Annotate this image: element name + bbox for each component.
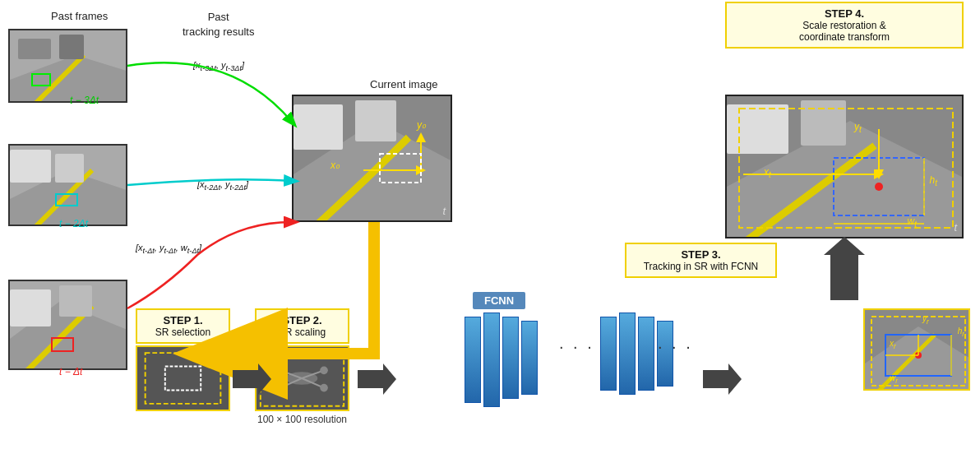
coord-x0: x₀ (331, 160, 340, 171)
step3-title: STEP 3. (633, 248, 769, 261)
svg-point-47 (875, 183, 883, 191)
step1-thumb-bg (137, 347, 229, 410)
step2-title: STEP 2. (263, 314, 341, 326)
frame2-bg (10, 146, 126, 225)
dots-1: · · · (559, 337, 594, 356)
step1-thumbnail (136, 345, 230, 411)
result-yr: yr (922, 314, 929, 326)
svg-marker-54 (703, 363, 742, 395)
fcnn-layers-1 (465, 317, 538, 407)
step2-thumbnail (255, 345, 349, 411)
coord-y0: y₀ (417, 119, 426, 131)
resolution-label: 100 × 100 resolution (255, 414, 349, 425)
current-image-label: Current image (370, 78, 437, 90)
svg-rect-44 (801, 100, 846, 146)
svg-rect-11 (59, 285, 92, 317)
svg-rect-14 (294, 104, 343, 150)
bbox-frame1 (31, 73, 51, 86)
svg-point-29 (276, 367, 284, 375)
dots-2: · · · (658, 337, 693, 356)
result-hr: hr (958, 326, 964, 338)
step4-t-label: t (954, 221, 957, 234)
track-label-2: [xt-2Δt, yt-2Δt] (197, 179, 248, 192)
step4-desc: Scale restoration &coordinate transform (733, 20, 955, 43)
svg-rect-3 (59, 35, 84, 59)
past-frame-1 (8, 29, 127, 103)
step2-box: STEP 2. SR scaling (255, 308, 349, 344)
past-frame-3 (8, 280, 127, 370)
fcnn-layer (521, 321, 538, 395)
past-frames-label: Past frames (51, 10, 108, 22)
step3-box: STEP 3. Tracking in SR with FCNN (625, 243, 777, 278)
step4-image: yt xt ht wt t (725, 95, 964, 238)
fcnn-label: FCNN (473, 292, 525, 309)
frame3-time-label: t − Δt (59, 366, 82, 377)
result-xr: xr (890, 339, 896, 350)
fcnn-layer (465, 317, 481, 403)
svg-rect-19 (137, 346, 229, 410)
fcnn-layer (502, 317, 519, 399)
fcnn-layer (638, 317, 654, 391)
step1-title: STEP 1. (144, 314, 222, 326)
track-label-3: [xt-Δt, yt-Δt, wt-Δt] (136, 243, 201, 255)
step2-desc: SR scaling (263, 326, 341, 338)
step2-thumb-bg (257, 347, 348, 410)
frame1-time-label: t − 3Δt (70, 95, 99, 106)
step1-desc: SR selection (144, 326, 222, 338)
fcnn-layer (619, 313, 636, 395)
svg-rect-7 (55, 154, 84, 183)
svg-rect-15 (355, 100, 396, 141)
past-frame-2 (8, 144, 127, 226)
svg-rect-6 (10, 150, 51, 183)
frame3-bg (10, 281, 126, 368)
current-frame: x₀ y₀ t (292, 95, 452, 222)
diagram-container: Past frames Pasttracking results Current… (0, 0, 980, 463)
step4-wt: wt (908, 215, 917, 229)
step4-xt: xt (764, 166, 771, 179)
svg-point-30 (320, 367, 328, 375)
bbox-frame3 (51, 337, 74, 352)
current-frame-t-label: t (442, 205, 446, 217)
frame1-bg (10, 30, 126, 101)
fcnn-layer (600, 317, 617, 391)
svg-point-31 (276, 384, 284, 392)
svg-rect-43 (727, 104, 788, 154)
svg-rect-10 (10, 289, 51, 326)
step4-title: STEP 4. (733, 7, 955, 20)
result-wr: wr (890, 373, 898, 385)
svg-point-32 (320, 384, 328, 392)
bbox-frame2 (55, 193, 78, 206)
svg-rect-2 (18, 39, 51, 59)
svg-marker-53 (358, 363, 396, 395)
result-box: yr xr hr wr (863, 308, 970, 391)
svg-marker-55 (824, 237, 865, 300)
track-label-1: [xt-3Δt, yt-3Δt] (193, 60, 244, 72)
fcnn-layer (483, 313, 500, 407)
step4-ht: ht (930, 174, 937, 188)
step3-desc: Tracking in SR with FCNN (633, 261, 769, 272)
step4-box: STEP 4. Scale restoration &coordinate tr… (725, 2, 964, 49)
past-tracking-label: Pasttracking results (183, 10, 254, 39)
frame2-time-label: t − 2Δt (59, 218, 88, 229)
step4-yt: yt (854, 121, 862, 134)
step1-box: STEP 1. SR selection (136, 308, 230, 344)
